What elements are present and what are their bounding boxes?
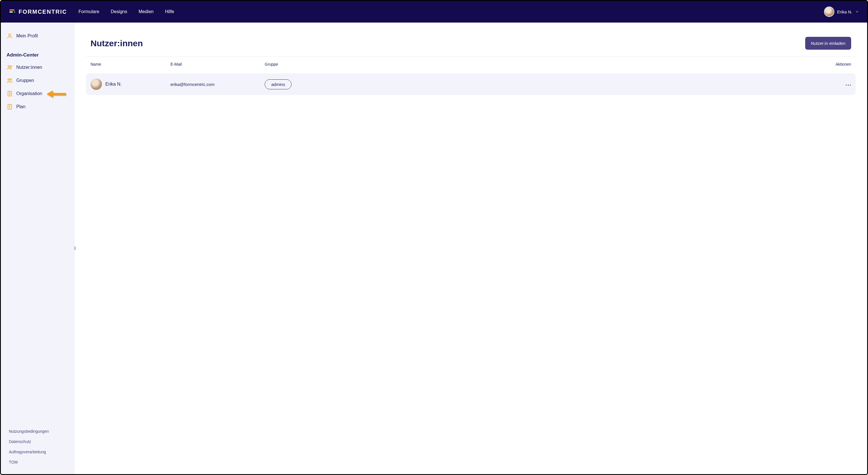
col-header-name: Name (91, 62, 170, 66)
nav-designs[interactable]: Designs (111, 9, 127, 14)
col-header-email: E-Mail (170, 62, 265, 66)
nav-hilfe[interactable]: Hilfe (165, 9, 174, 14)
user-name-label: Erika N. (837, 9, 852, 14)
svg-point-3 (8, 34, 10, 36)
page-title: Nutzer:innen (91, 38, 143, 48)
sidebar-item-label: Plan (16, 104, 25, 109)
row-actions-more[interactable] (826, 81, 851, 87)
sidebar-item-plan[interactable]: € Plan (6, 100, 68, 113)
table-header: Name E-Mail Gruppe Aktionen (86, 57, 856, 72)
sidebar-item-label: Nutzer:innen (16, 65, 42, 70)
brand-logo[interactable]: FORMCENTRIC (9, 8, 67, 15)
svg-point-18 (846, 85, 846, 85)
sidebar-item-groups[interactable]: Gruppen (6, 74, 68, 87)
top-header: FORMCENTRIC Formulare Designs Medien Hil… (1, 1, 867, 23)
svg-rect-0 (9, 9, 14, 10)
svg-text:€: € (9, 105, 10, 108)
chevron-down-icon (855, 10, 859, 14)
brand-name: FORMCENTRIC (19, 8, 67, 15)
logo-icon (9, 8, 16, 15)
svg-point-20 (850, 85, 850, 85)
table-row[interactable]: Erika N. erika@formcentric.com admins (86, 73, 856, 95)
group-tag[interactable]: admins (265, 80, 291, 89)
avatar (824, 6, 834, 17)
sidebar-item-label: Organisation (16, 91, 42, 96)
svg-point-19 (848, 85, 848, 85)
primary-nav: Formulare Designs Medien Hilfe (79, 9, 174, 14)
footer-link-privacy[interactable]: Datenschutz (9, 437, 66, 447)
sidebar-heading: Admin-Center (6, 48, 68, 61)
plan-icon: € (6, 104, 13, 110)
sidebar-my-profile[interactable]: Mein Profil (6, 29, 68, 42)
users-table: Name E-Mail Gruppe Aktionen Erika N. eri… (86, 57, 856, 95)
svg-point-4 (8, 65, 10, 67)
svg-point-6 (8, 79, 9, 81)
svg-point-5 (10, 66, 12, 67)
svg-point-7 (10, 79, 11, 81)
nav-medien[interactable]: Medien (138, 9, 153, 14)
groups-icon (6, 77, 13, 84)
main-content: Nutzer:innen Nutzer:in einladen Name E-M… (74, 23, 867, 474)
footer-link-tom[interactable]: TOM (9, 457, 66, 467)
col-header-actions: Aktionen (826, 62, 851, 66)
col-header-group: Gruppe (265, 62, 826, 66)
sidebar: Mein Profil Admin-Center Nutzer:innen Gr… (1, 23, 74, 474)
profile-icon (6, 33, 13, 39)
footer-link-processing[interactable]: Auftragsverarbeitung (9, 447, 66, 457)
avatar (91, 78, 102, 90)
nav-formulare[interactable]: Formulare (79, 9, 99, 14)
svg-rect-1 (9, 11, 13, 12)
user-menu[interactable]: Erika N. (824, 6, 859, 17)
invite-user-button[interactable]: Nutzer:in einladen (805, 37, 851, 50)
users-icon (6, 64, 13, 70)
organisation-icon (6, 91, 13, 97)
sidebar-collapse-handle[interactable] (72, 244, 78, 253)
more-icon (845, 84, 851, 86)
sidebar-footer: Nutzungsbedingungen Datenschutz Auftrags… (1, 426, 74, 474)
sidebar-item-organisation[interactable]: Organisation (6, 87, 68, 100)
footer-link-terms[interactable]: Nutzungsbedingungen (9, 426, 66, 437)
sidebar-item-users[interactable]: Nutzer:innen (6, 61, 68, 74)
row-user-email: erika@formcentric.com (170, 82, 265, 87)
svg-point-2 (14, 11, 15, 12)
row-user-name: Erika N. (105, 82, 122, 87)
sidebar-item-label: Gruppen (16, 78, 34, 83)
sidebar-item-label: Mein Profil (16, 33, 38, 38)
